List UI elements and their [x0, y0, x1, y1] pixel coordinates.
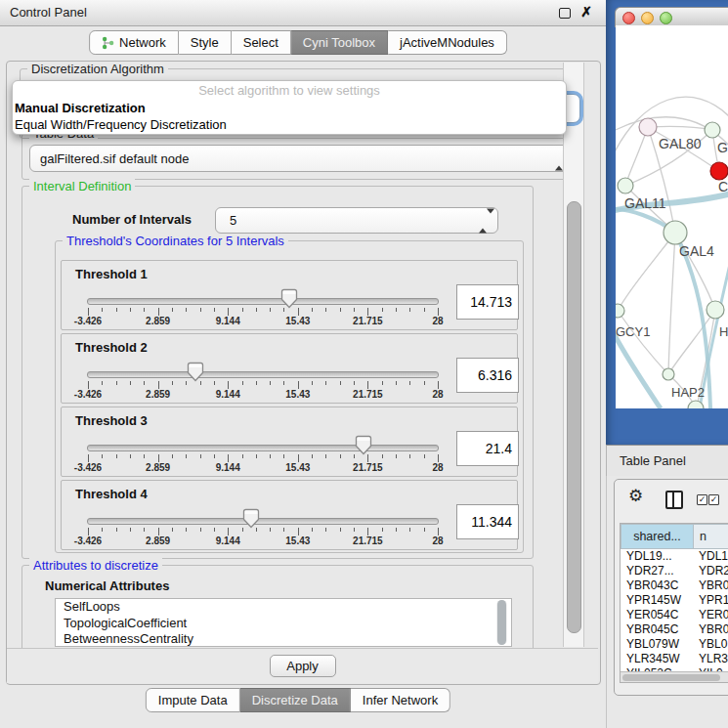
- slider-thumb[interactable]: [280, 288, 298, 309]
- table-row[interactable]: YBR045CYBR0: [621, 622, 728, 637]
- attribute-list-item[interactable]: SelfLoops: [56, 599, 511, 616]
- network-node[interactable]: [664, 221, 687, 244]
- network-view-canvas[interactable]: GAL80GCGAL11GAL4GCY1HHAP2: [616, 25, 728, 408]
- tab-cyni-toolbox[interactable]: Cyni Toolbox: [291, 30, 388, 55]
- column-header-shared-name[interactable]: shared...: [621, 524, 694, 549]
- tick-mark: [396, 528, 397, 532]
- minimize-traffic-light[interactable]: [641, 12, 654, 24]
- tick-label: -3.426: [74, 535, 102, 546]
- cell-shared-name: YDL19...: [626, 549, 672, 563]
- slider-track[interactable]: [87, 518, 439, 525]
- table-data-combobox[interactable]: galFiltered.sif default node: [29, 145, 575, 172]
- network-window-titlebar[interactable]: [615, 7, 728, 27]
- table-row[interactable]: YER054CYER0: [621, 608, 728, 622]
- panel-scrollbar[interactable]: [563, 63, 584, 647]
- tick-mark: [382, 454, 383, 458]
- close-traffic-light[interactable]: [622, 12, 635, 24]
- network-edge: [668, 233, 675, 374]
- tab-select[interactable]: Select: [232, 30, 291, 55]
- network-node[interactable]: [705, 122, 720, 138]
- number-of-intervals-spinner[interactable]: 5: [215, 207, 498, 234]
- tick-label: 9.144: [216, 389, 240, 400]
- tick-mark: [270, 528, 271, 532]
- column-header-name[interactable]: n: [693, 524, 728, 549]
- tab-network-label: Network: [119, 35, 166, 50]
- threshold-value-field[interactable]: 21.4: [456, 431, 519, 466]
- slider-track[interactable]: [87, 445, 439, 451]
- tab-style[interactable]: Style: [179, 30, 232, 55]
- bottom-tab-bar: Impute Data Discretize Data Infer Networ…: [146, 688, 450, 712]
- tick-mark: [354, 528, 355, 532]
- threshold-label: Threshold 3: [75, 413, 148, 428]
- threshold-value-field[interactable]: 11.344: [456, 504, 519, 539]
- apply-button[interactable]: Apply: [270, 655, 336, 677]
- cell-shared-name: YLR345W: [626, 652, 680, 665]
- tab-jactivemnodules[interactable]: jActiveMNodules: [388, 30, 507, 55]
- cell-name: YPR1: [699, 593, 728, 607]
- tick-mark: [298, 308, 299, 316]
- slider-track[interactable]: [87, 298, 439, 305]
- float-window-icon[interactable]: [559, 8, 571, 19]
- number-of-intervals-value: 5: [230, 208, 236, 233]
- network-node[interactable]: [663, 368, 674, 380]
- tick-mark: [298, 381, 299, 389]
- slider-thumb[interactable]: [355, 435, 372, 455]
- tab-cyni-toolbox-label: Cyni Toolbox: [303, 35, 375, 50]
- table-row[interactable]: YDL19...YDL1: [621, 549, 728, 564]
- tick-mark: [116, 454, 117, 458]
- algorithm-option-manual[interactable]: Manual Discretization: [13, 100, 566, 116]
- table-row[interactable]: YPR145WYPR1: [621, 593, 728, 608]
- table-row[interactable]: YLR345WYLR3: [621, 652, 728, 666]
- tick-mark: [340, 454, 341, 458]
- threshold-value-field[interactable]: 14.713: [456, 284, 519, 320]
- tick-mark: [409, 454, 410, 458]
- tab-discretize-data[interactable]: Discretize Data: [240, 688, 351, 712]
- slider-thumb[interactable]: [187, 362, 204, 382]
- table-row[interactable]: YBR043CYBR0: [621, 578, 728, 593]
- tick-label: -3.426: [74, 316, 102, 326]
- network-icon: [102, 36, 114, 50]
- table-row[interactable]: YBL079WYBL0: [621, 637, 728, 652]
- network-node-label: GCY1: [616, 324, 650, 339]
- checkbox-icon[interactable]: ✓: [697, 494, 707, 505]
- network-node-label: G: [717, 140, 728, 155]
- network-node[interactable]: [710, 162, 728, 180]
- tick-label: 9.144: [216, 535, 240, 546]
- cell-name: YLR3: [699, 652, 728, 665]
- tick-label: 15.43: [285, 535, 310, 546]
- slider-thumb[interactable]: [242, 508, 260, 529]
- network-node[interactable]: [616, 304, 624, 318]
- checkbox-icon[interactable]: ✓: [708, 494, 719, 505]
- tick-label: 2.859: [146, 389, 170, 400]
- attribute-list-item[interactable]: BetweennessCentrality: [56, 631, 511, 647]
- tab-network[interactable]: Network: [89, 30, 179, 55]
- gear-icon[interactable]: ⚙: [628, 486, 643, 506]
- column-layout-icon[interactable]: [665, 491, 683, 509]
- tick-mark: [256, 454, 257, 458]
- algorithm-placeholder-option[interactable]: Select algorithm to view settings: [13, 81, 566, 100]
- list-scrollbar[interactable]: [496, 600, 507, 645]
- tick-mark: [186, 308, 187, 312]
- tick-mark: [424, 308, 425, 312]
- threshold-value-field[interactable]: 6.316: [456, 358, 519, 393]
- tick-mark: [367, 308, 368, 316]
- network-node[interactable]: [618, 178, 633, 193]
- network-node[interactable]: [639, 118, 657, 136]
- zoom-traffic-light[interactable]: [660, 12, 672, 24]
- tab-infer-network[interactable]: Infer Network: [351, 688, 450, 712]
- table-row[interactable]: YDR27...YDR2: [621, 564, 728, 578]
- tick-mark: [438, 454, 439, 462]
- attribute-list-item[interactable]: TopologicalCoefficient: [56, 616, 511, 632]
- algorithm-option-equal-width[interactable]: Equal Width/Frequency Discretization: [13, 116, 566, 133]
- tick-mark: [382, 308, 383, 312]
- tick-mark: [172, 454, 173, 458]
- slider-track[interactable]: [87, 371, 439, 378]
- numerical-attributes-list[interactable]: SelfLoopsTopologicalCoefficientBetweenne…: [55, 598, 512, 647]
- network-node[interactable]: [707, 301, 724, 319]
- cell-shared-name: YDR27...: [626, 564, 674, 578]
- cell-name: YER0: [699, 608, 728, 621]
- threshold-2-panel: Threshold 2-3.4262.8599.14415.4321.71528…: [61, 333, 518, 404]
- table-horizontal-scrollbar[interactable]: [621, 671, 728, 682]
- tab-impute-data[interactable]: Impute Data: [146, 688, 240, 712]
- close-icon[interactable]: ✗: [580, 4, 592, 20]
